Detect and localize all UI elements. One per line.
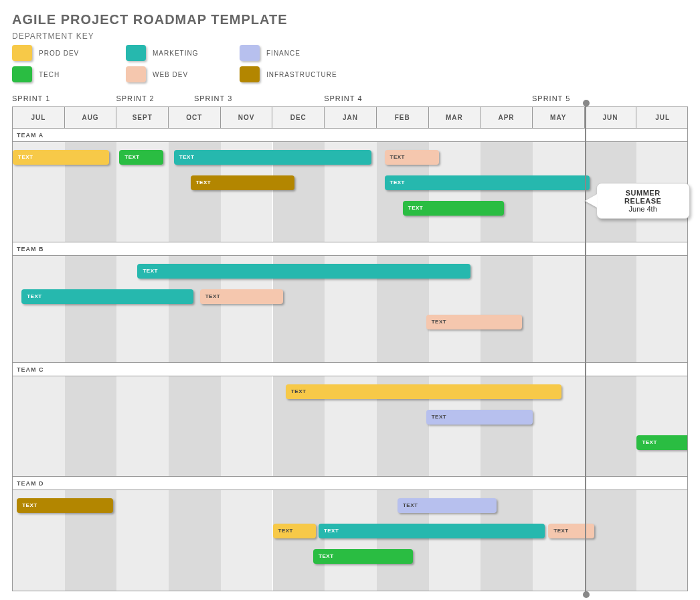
callout-title: SUMMER RELEASE [606,189,680,205]
legend-label: FINANCE [266,50,300,57]
legend-item: MARKETING [126,45,240,61]
team-body: TEXTTEXTTEXTTEXT [13,256,687,363]
gantt-bar[interactable]: TEXT [119,150,163,165]
gantt-bar[interactable]: TEXT [137,264,470,279]
month-cell: APR [480,107,533,128]
month-header-row: JULAUGSEPTOCTNOVDECJANFEBMARAPRMAYJUNJUL [13,107,687,129]
month-cell: SEPT [116,107,169,128]
column-stripe [65,376,117,476]
column-stripe [480,256,533,362]
legend-swatch-icon [12,45,32,61]
gantt-bar[interactable]: TEXT [200,289,283,304]
column-stripe [480,142,533,242]
team-body: TEXTTEXTTEXT [13,376,687,477]
gantt-bar[interactable]: TEXT [174,150,371,165]
roadmap-grid: JULAUGSEPTOCTNOVDECJANFEBMARAPRMAYJUNJUL… [12,106,688,591]
milestone-callout: SUMMER RELEASE June 4th [596,183,690,219]
department-key-label: DEPARTMENT KEY [12,31,688,41]
milestone-dot-icon [583,591,590,598]
gantt-bar[interactable]: TEXT [313,549,413,564]
legend-swatch-icon [240,45,260,61]
sprint-label: SPRINT 3 [194,94,232,102]
legend-item: WEB DEV [126,66,240,82]
gantt-bar[interactable]: TEXT [398,498,497,513]
legend-label: WEB DEV [153,71,188,78]
column-stripe [585,490,637,591]
gantt-bar[interactable]: TEXT [385,175,590,190]
team-header: TEAM C [13,363,687,376]
gantt-bar[interactable]: TEXT [319,524,545,538]
milestone-dot-icon [583,100,590,106]
team-body: TEXTTEXTTEXTTEXTTEXTTEXTTEXT [13,142,687,242]
team-header: TEAM B [13,242,687,256]
gantt-bar[interactable]: TEXT [273,524,316,538]
sprint-label: SPRINT 2 [116,94,154,102]
month-cell: JAN [325,107,377,128]
column-stripe [169,490,221,591]
sprint-label: SPRINT 4 [324,94,362,102]
gantt-bar[interactable]: TEXT [403,201,505,216]
callout-date: June 4th [606,205,680,213]
column-stripe [116,490,169,591]
legend-swatch-icon [12,66,32,82]
team-header: TEAM D [13,477,687,490]
gantt-bar[interactable]: TEXT [426,315,523,329]
legend-label: PROD DEV [39,50,79,57]
gantt-bar[interactable]: TEXT [385,150,440,165]
legend: PROD DEVMARKETINGFINANCETECHWEB DEVINFRA… [12,45,688,82]
gantt-bar[interactable]: TEXT [191,175,294,190]
column-stripe [65,256,117,362]
column-stripe [585,256,637,362]
gantt-bar[interactable]: TEXT [17,498,113,513]
legend-label: TECH [39,71,60,78]
gantt-bar[interactable]: TEXT [286,384,561,399]
month-cell: FEB [377,107,429,128]
callout-arrow-icon [585,194,597,208]
column-stripe [325,490,377,591]
column-stripe [533,490,585,591]
month-cell: JUL [13,107,65,128]
gantt-bar[interactable]: TEXT [13,150,109,165]
gantt-bar[interactable]: TEXT [548,524,594,538]
milestone-line [585,103,586,595]
legend-item: TECH [12,66,126,82]
sprint-label: SPRINT 5 [532,94,570,102]
team-header: TEAM A [13,129,687,142]
column-stripe [13,376,65,476]
column-stripe [636,490,687,591]
month-cell: OCT [169,107,221,128]
month-cell: AUG [65,107,117,128]
month-cell: JUL [636,107,689,128]
month-cell: MAY [533,107,585,128]
column-stripe [116,376,169,476]
column-stripe [533,256,585,362]
column-stripe [585,376,637,476]
legend-item: FINANCE [240,45,373,61]
column-stripe [273,490,325,591]
gantt-bar[interactable]: TEXT [21,289,193,304]
column-stripe [13,256,65,362]
column-stripe [169,376,221,476]
legend-item: PROD DEV [12,45,126,61]
column-stripe [533,142,585,242]
month-cell: DEC [272,107,325,128]
legend-swatch-icon [126,45,146,61]
sprint-label: SPRINT 1 [12,94,50,102]
legend-item: INFRASTRUCTURE [240,66,373,82]
gantt-bar[interactable]: TEXT [426,410,533,425]
legend-swatch-icon [240,66,260,82]
page-title: AGILE PROJECT ROADMAP TEMPLATE [12,12,688,27]
month-cell: JUN [585,107,637,128]
legend-swatch-icon [126,66,146,82]
month-cell: NOV [221,107,273,128]
gantt-bar[interactable]: TEXT [636,435,687,450]
column-stripe [636,376,687,476]
legend-label: MARKETING [153,50,198,57]
column-stripe [221,376,273,476]
month-cell: MAR [429,107,481,128]
column-stripe [221,490,273,591]
team-body: TEXTTEXTTEXTTEXTTEXTTEXT [13,490,687,591]
legend-label: INFRASTRUCTURE [266,71,337,78]
column-stripe [636,256,687,362]
